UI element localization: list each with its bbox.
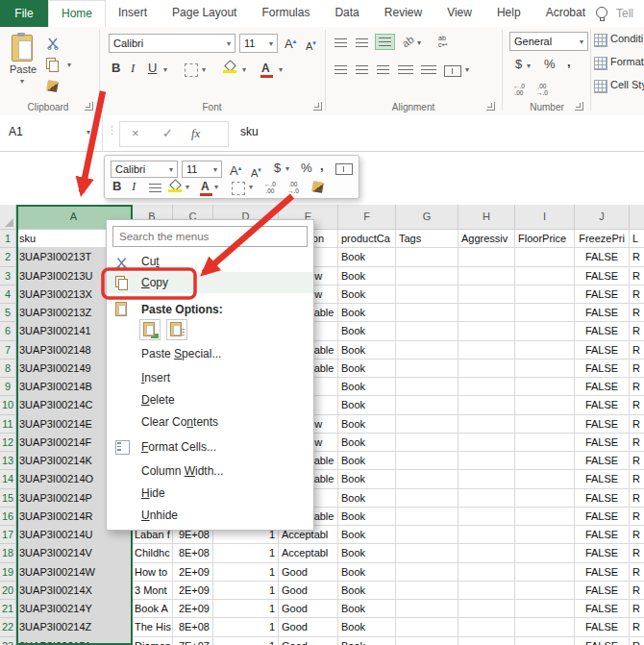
column-header-G[interactable]: G (396, 205, 458, 230)
cell-I18[interactable] (515, 544, 575, 562)
cell-H4[interactable] (458, 285, 515, 304)
cell-G14[interactable] (396, 470, 458, 488)
mini-increase-font-icon[interactable]: A▴ (230, 161, 241, 178)
borders-icon[interactable] (185, 63, 198, 77)
cell-J8[interactable]: FALSE (575, 360, 630, 378)
cell-G7[interactable] (396, 341, 458, 360)
cell-J7[interactable]: FALSE (575, 341, 630, 360)
font-dialog-launcher[interactable] (313, 102, 322, 111)
font-size-combo[interactable]: 11▾ (239, 34, 278, 53)
paste-dropdown-arrow[interactable]: ▾ (20, 77, 24, 86)
cell-K3[interactable]: R (630, 267, 644, 285)
increase-decimal-icon[interactable]: ←.0 .00 (513, 83, 525, 96)
row-header-2[interactable]: 2 (0, 248, 16, 266)
cell-F21[interactable]: Book (338, 600, 396, 618)
cell-F14[interactable]: Book (338, 470, 396, 488)
cell-D23[interactable]: 1 (213, 637, 279, 645)
cell-J17[interactable]: FALSE (575, 526, 630, 544)
cell-B18[interactable]: Childhc (132, 544, 173, 562)
menu-item-insert[interactable]: Insert (107, 367, 313, 388)
cell-I21[interactable] (515, 600, 575, 618)
cell-H22[interactable] (458, 618, 515, 636)
wrap-text-icon[interactable]: ab c↩ (438, 35, 447, 48)
middle-align-icon[interactable] (356, 38, 368, 47)
tab-view[interactable]: View (434, 0, 484, 27)
cell-G3[interactable] (396, 267, 458, 285)
align-left-icon[interactable] (334, 65, 347, 74)
cell-G1[interactable]: Tags (396, 230, 458, 248)
paste-option-values-icon[interactable] (166, 319, 187, 340)
menu-item-unhide[interactable]: Unhide (107, 505, 313, 526)
decrease-decimal-icon[interactable]: .00 →.0 (536, 83, 548, 96)
align-right-icon[interactable] (377, 65, 389, 74)
cell-D21[interactable]: 1 (213, 600, 279, 618)
cell-I9[interactable] (515, 378, 575, 396)
cell-H2[interactable] (458, 248, 515, 266)
cell-H15[interactable] (458, 489, 515, 508)
cell-G10[interactable] (396, 396, 458, 414)
mini-accounting-icon[interactable]: $ (274, 161, 281, 175)
cell-J9[interactable]: FALSE (575, 378, 630, 396)
menu-item-paste-buttons[interactable] (107, 318, 313, 339)
format-painter-icon[interactable] (46, 80, 59, 92)
cell-H17[interactable] (458, 526, 515, 544)
cell-K17[interactable]: R (630, 526, 644, 544)
cell-A23[interactable]: 3UAP3I002151 (16, 637, 132, 645)
cell-H11[interactable] (458, 415, 515, 434)
cell-C18[interactable]: 8E+08 (173, 544, 213, 562)
cell-A21[interactable]: 3UAP3I00214Y (16, 600, 132, 618)
cell-J13[interactable]: FALSE (575, 452, 630, 470)
mini-font-size-combo[interactable]: 11▾ (182, 161, 222, 178)
row-header-4[interactable]: 4 (0, 285, 16, 304)
cell-H7[interactable] (458, 341, 515, 360)
menu-item-cut[interactable]: Cut (107, 251, 313, 272)
cell-J1[interactable]: FreezePri (575, 230, 630, 248)
cell-J3[interactable]: FALSE (575, 267, 630, 285)
cell-J12[interactable]: FALSE (575, 434, 630, 452)
cell-K19[interactable]: R (630, 563, 644, 582)
row-header-21[interactable]: 21 (0, 600, 16, 618)
mini-fill-color-icon[interactable] (168, 181, 182, 192)
row-header-22[interactable]: 22 (0, 618, 16, 636)
row-header-6[interactable]: 6 (0, 322, 16, 340)
cell-C20[interactable]: 2E+09 (173, 582, 213, 600)
cell-K16[interactable]: R (630, 508, 644, 526)
fill-color-dropdown-arrow[interactable]: ▾ (242, 65, 246, 74)
column-header-F[interactable]: F (338, 205, 396, 230)
cell-F11[interactable]: Book (338, 415, 396, 434)
column-header-I[interactable]: I (515, 205, 575, 230)
comma-style-icon[interactable]: , (567, 56, 571, 69)
cell-H3[interactable] (458, 267, 515, 285)
cell-K22[interactable]: R (630, 618, 644, 636)
cell-I20[interactable] (515, 582, 575, 600)
formula-bar-content[interactable]: sku (240, 125, 259, 138)
cell-K9[interactable]: R (630, 378, 644, 396)
cell-J14[interactable]: FALSE (575, 470, 630, 488)
cell-J20[interactable]: FALSE (575, 582, 630, 600)
cell-G16[interactable] (396, 508, 458, 526)
cell-B23[interactable]: Diamond (132, 637, 173, 645)
accounting-dropdown-arrow[interactable]: ▾ (527, 62, 531, 70)
cell-C19[interactable]: 2E+09 (173, 563, 213, 582)
cell-F13[interactable]: Book (338, 452, 396, 470)
row-header-3[interactable]: 3 (0, 267, 16, 285)
cell-E20[interactable]: Good (279, 582, 338, 600)
cell-F1[interactable]: productCa (338, 230, 396, 248)
tab-insert[interactable]: Insert (106, 0, 160, 27)
cell-E21[interactable]: Good (279, 600, 338, 618)
cell-E19[interactable]: Good (279, 563, 338, 582)
cell-F3[interactable]: Book (338, 267, 396, 285)
cell-I19[interactable] (515, 563, 575, 582)
cell-H9[interactable] (458, 378, 515, 396)
cell-A18[interactable]: 3UAP3I00214V (16, 544, 132, 562)
cell-K13[interactable]: R (630, 452, 644, 470)
mini-bold-icon[interactable]: B (112, 180, 121, 193)
percent-style-icon[interactable]: % (544, 58, 556, 71)
cell-D20[interactable]: 1 (213, 582, 279, 600)
cell-G6[interactable] (396, 322, 458, 340)
increase-indent-icon[interactable] (421, 65, 436, 74)
cell-F20[interactable]: Book (338, 582, 396, 600)
cell-C22[interactable]: 8E+08 (173, 618, 213, 636)
cell-H5[interactable] (458, 304, 515, 322)
cell-J4[interactable]: FALSE (575, 285, 630, 304)
